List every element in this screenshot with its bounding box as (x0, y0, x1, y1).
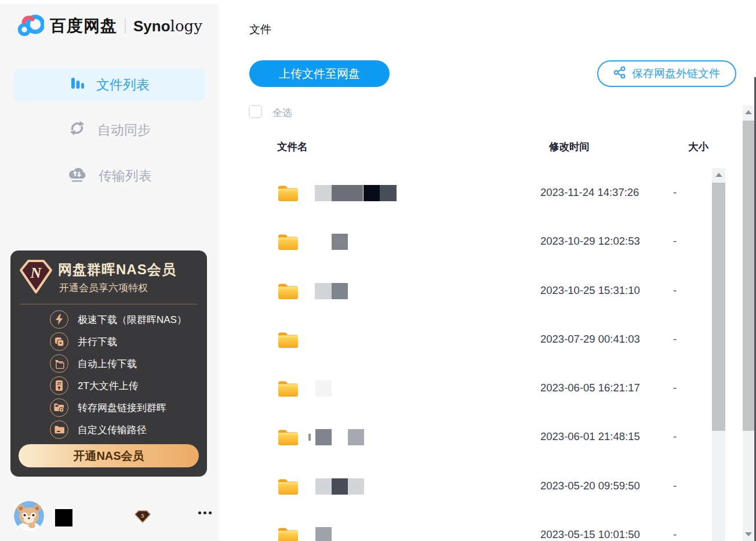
redacted-filename-block (332, 234, 348, 250)
promo-feature: 转存网盘链接到群晖 (50, 397, 166, 419)
file-list-scrollbar[interactable] (712, 168, 725, 541)
folder-icon (277, 330, 299, 351)
save-link-to-nas-icon (50, 398, 68, 417)
file-size: - (673, 430, 677, 443)
modified-time: 2023-05-20 09:59:50 (540, 480, 640, 492)
sidebar-item-transfer-list[interactable]: 传输列表 (14, 159, 205, 192)
promo-title: 网盘群晖NAS会员 (58, 260, 176, 279)
folder-icon (277, 525, 299, 541)
column-header-filename: 文件名 (277, 140, 308, 154)
column-header-size: 大小 (688, 140, 708, 154)
app-logo: 百度网盘 Synology (17, 13, 202, 39)
modified-time: 2023-05-15 10:01:50 (540, 528, 640, 541)
svg-text:S: S (141, 512, 144, 519)
super-vip-badge-icon: S (135, 510, 151, 525)
open-nas-vip-button[interactable]: 开通NAS会员 (19, 444, 199, 467)
sidebar: 百度网盘 Synology 文件列表 自动同步 (0, 3, 219, 541)
promo-divider (20, 304, 198, 304)
folder-icon (277, 183, 299, 205)
more-menu-button[interactable] (198, 511, 212, 514)
file-table-body: 2023-11-24 14:37:26 - 2023-10-29 12:02:5… (249, 169, 712, 541)
table-row[interactable]: 2023-10-29 12:02:53 - (249, 217, 712, 266)
select-all-label[interactable]: 全选 (272, 106, 292, 119)
file-list-icon (70, 75, 85, 94)
file-size: - (673, 382, 677, 394)
folder-icon (277, 477, 299, 498)
column-header-modified: 修改时间 (549, 140, 590, 154)
table-row[interactable]: 2023-06-05 16:21:17 - (249, 364, 712, 413)
cloud-transfer-icon (67, 165, 87, 186)
avatar[interactable] (14, 501, 44, 531)
lightning-icon (50, 310, 68, 329)
sidebar-item-label: 自动同步 (97, 121, 151, 139)
folder-icon (277, 427, 299, 449)
table-row[interactable]: 2023-06-01 21:48:15 - (249, 413, 712, 462)
window-scrollbar[interactable] (743, 106, 754, 541)
redacted-filename-block (315, 429, 332, 445)
nas-vip-diamond-icon: N (19, 259, 53, 298)
promo-feature: 自定义传输路径 (50, 419, 147, 441)
table-row[interactable]: 2023-10-25 15:31:10 - (249, 267, 712, 315)
scroll-up-arrow[interactable] (743, 106, 754, 118)
table-row[interactable]: 2023-05-15 10:01:50 - (249, 511, 712, 541)
modified-time: 2023-11-24 14:37:26 (540, 186, 639, 199)
scroll-down-arrow[interactable] (743, 528, 754, 540)
save-shared-link-button[interactable]: 保存网盘外链文件 (597, 60, 736, 87)
scroll-up-arrow[interactable] (712, 168, 725, 181)
file-size: - (673, 235, 677, 248)
redacted-filename-block (332, 478, 348, 495)
redacted-filename-block (315, 478, 332, 495)
custom-path-icon (50, 420, 68, 439)
table-row[interactable]: 2023-11-24 14:37:26 - (249, 169, 712, 217)
brand-name: 百度网盘 (50, 15, 117, 37)
table-row[interactable]: 2023-05-20 09:59:50 - (249, 462, 712, 511)
file-size: - (673, 480, 677, 492)
file-size: - (673, 284, 677, 297)
redacted-filename-block (315, 380, 332, 397)
promo-subtitle: 开通会员享六项特权 (59, 281, 148, 295)
redacted-filename-block (348, 429, 364, 445)
share-icon (613, 66, 626, 82)
scrollbar-thumb[interactable] (712, 183, 725, 431)
redacted-filename-block (315, 283, 332, 299)
sidebar-item-label: 传输列表 (99, 167, 152, 185)
large-file-upload-icon: 2T (50, 376, 68, 395)
table-row[interactable]: 2023-07-29 00:41:03 - (249, 315, 712, 364)
folder-icon (277, 232, 299, 253)
svg-text:2T: 2T (57, 382, 61, 386)
modified-time: 2023-10-29 12:02:53 (540, 235, 640, 248)
redacted-filename-block (332, 283, 348, 299)
promo-feature: 自动上传下载 (50, 353, 137, 375)
promo-feature: 极速下载（限群晖NAS） (50, 308, 187, 331)
folder-icon (277, 379, 299, 400)
redacted-filename-block (380, 185, 397, 201)
file-size: - (673, 333, 677, 346)
select-all-checkbox[interactable] (249, 105, 262, 118)
redacted-username-block (55, 509, 72, 527)
promo-feature: 并行下载 (50, 331, 117, 353)
redacted-filename-block (315, 527, 332, 541)
page-title: 文件 (249, 22, 271, 37)
parallel-download-icon (50, 332, 68, 351)
nas-vip-promo-card: N 网盘群晖NAS会员 开通会员享六项特权 极速下载（限群晖NAS） 并行下载 (10, 250, 207, 477)
baidu-netdisk-cloud-icon (17, 13, 44, 39)
upload-to-netdisk-button[interactable]: 上传文件至网盘 (249, 60, 390, 87)
redacted-filename-block (308, 434, 311, 441)
partner-brand-name: Synology (133, 17, 202, 35)
modified-time: 2023-06-01 21:48:15 (540, 430, 640, 443)
scrollbar-thumb[interactable] (743, 121, 754, 431)
sidebar-item-auto-sync[interactable]: 自动同步 (14, 114, 205, 146)
sync-icon (68, 119, 86, 140)
auto-upload-download-icon (50, 354, 68, 373)
redacted-filename-block (348, 478, 364, 495)
save-shared-link-label: 保存网盘外链文件 (632, 66, 720, 81)
logo-divider (125, 19, 126, 34)
sidebar-item-file-list[interactable]: 文件列表 (14, 68, 205, 101)
promo-feature: 2T 2T大文件上传 (50, 375, 139, 397)
file-size: - (673, 186, 677, 199)
modified-time: 2023-06-05 16:21:17 (540, 382, 640, 394)
svg-text:N: N (30, 264, 42, 281)
sidebar-item-label: 文件列表 (96, 76, 150, 94)
modified-time: 2023-10-25 15:31:10 (540, 284, 640, 297)
redacted-filename-block (332, 185, 363, 201)
